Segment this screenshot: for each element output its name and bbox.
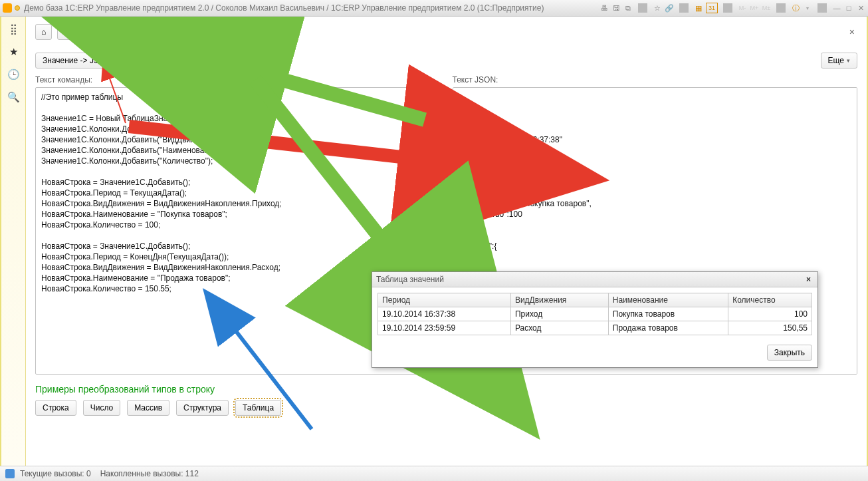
window-titlebar: Демо база 1С:ERP Управление предприятием…	[0, 0, 868, 17]
minimize-icon[interactable]: —	[832, 3, 841, 13]
copy-icon[interactable]: ⧉	[623, 3, 633, 13]
m-minus-icon[interactable]: M-	[738, 3, 747, 13]
popup-close-icon[interactable]: ×	[804, 275, 814, 284]
info-icon[interactable]: ⓘ	[791, 3, 800, 13]
example-string-button[interactable]: Строка	[35, 400, 76, 416]
favorites-star-icon[interactable]: ★	[7, 46, 19, 58]
col-qty[interactable]: Количество	[728, 293, 812, 307]
status-current-calls: Текущие вызовы: 0	[20, 469, 91, 478]
json-to-value-button[interactable]: JSON -> Значение	[125, 53, 208, 69]
save-icon[interactable]: 🖫	[611, 3, 621, 13]
cell-name: Продажа товаров	[608, 321, 728, 335]
maximize-icon[interactable]: □	[844, 3, 853, 13]
history-icon[interactable]: 🕒	[7, 69, 19, 80]
page-title: JSON для 1С	[128, 23, 222, 41]
m-plus-icon[interactable]: M+	[750, 3, 759, 13]
popup-titlebar[interactable]: Таблица значений ×	[372, 272, 817, 287]
action-row: Значение -> JSON JSON -> Значение Еще ▾	[35, 53, 857, 69]
col-period[interactable]: Период	[378, 293, 511, 307]
page-close-button[interactable]: ×	[847, 27, 857, 37]
example-table-button[interactable]: Таблица	[235, 400, 281, 416]
calendar-icon[interactable]: 31	[706, 3, 718, 13]
more-label: Еще	[828, 56, 844, 65]
forward-button[interactable]: →	[77, 24, 96, 40]
status-icon	[5, 469, 15, 478]
cell-name: Покупка товаров	[608, 307, 728, 321]
home-button[interactable]: ⌂	[35, 24, 52, 40]
col-name[interactable]: Наименование	[608, 293, 728, 307]
left-pane-label: Текст команды:	[35, 75, 441, 84]
print-icon[interactable]: 🖶	[599, 3, 609, 13]
examples-caption: Примеры преобразований типов в строку	[35, 384, 857, 395]
star-icon[interactable]: ☆	[653, 3, 662, 13]
chevron-down-icon: ▾	[847, 57, 850, 64]
value-to-json-button[interactable]: Значение -> JSON	[35, 53, 118, 69]
more-button[interactable]: Еще ▾	[821, 53, 857, 69]
status-accumulated-calls: Накопленные вызовы: 112	[100, 469, 199, 478]
app-workspace: ⣿ ★ 🕒 🔍 ⌂ ← → JSON для 1С × Значение -> …	[0, 17, 868, 466]
titlebar-icons: 🖶 🖫 ⧉ ☆ 🔗 ▦ 31 M- M+ M± ⓘ ▾ — □ ✕	[599, 3, 865, 13]
close-window-icon[interactable]: ✕	[856, 3, 865, 13]
right-pane-label: Текст JSON:	[453, 75, 858, 84]
content-area: ⌂ ← → JSON для 1С × Значение -> JSON JSO…	[26, 17, 867, 466]
calc-icon[interactable]: ▦	[694, 3, 703, 13]
m-pm-icon[interactable]: M±	[762, 3, 771, 13]
window-title: Демо база 1С:ERP Управление предприятием…	[24, 3, 544, 13]
link-icon[interactable]: 🔗	[665, 3, 674, 13]
cell-kind: Приход	[510, 307, 608, 321]
table-popup: Таблица значений × Период ВидДвижения На…	[372, 271, 818, 368]
cell-kind: Расход	[510, 321, 608, 335]
page-toolbar: ⌂ ← → JSON для 1С ×	[35, 23, 857, 41]
values-table: Период ВидДвижения Наименование Количест…	[378, 293, 812, 335]
examples-section: Примеры преобразований типов в строку Ст…	[35, 384, 857, 416]
table-row[interactable]: 19.10.2014 23:59:59 Расход Продажа товар…	[378, 321, 812, 335]
example-array-button[interactable]: Массив	[127, 400, 169, 416]
popup-title: Таблица значений	[376, 275, 444, 284]
col-kind[interactable]: ВидДвижения	[510, 293, 608, 307]
cell-qty: 150,55	[728, 321, 812, 335]
status-bar: Текущие вызовы: 0 Накопленные вызовы: 11…	[0, 466, 868, 481]
table-row[interactable]: 19.10.2014 16:37:38 Приход Покупка товар…	[378, 307, 812, 321]
example-struct-button[interactable]: Структура	[176, 400, 229, 416]
cell-period: 19.10.2014 23:59:59	[378, 321, 511, 335]
nav-group: ← →	[57, 24, 96, 40]
example-number-button[interactable]: Число	[83, 400, 121, 416]
cell-period: 19.10.2014 16:37:38	[378, 307, 511, 321]
back-button[interactable]: ←	[57, 24, 77, 40]
apps-grid-icon[interactable]: ⣿	[7, 23, 19, 35]
app-logo-icon	[3, 3, 12, 13]
search-icon[interactable]: 🔍	[7, 91, 19, 103]
popup-close-button[interactable]: Закрыть	[767, 345, 812, 361]
status-dot-icon	[15, 5, 20, 11]
cell-qty: 100	[728, 307, 812, 321]
left-sidebar: ⣿ ★ 🕒 🔍	[1, 17, 26, 466]
